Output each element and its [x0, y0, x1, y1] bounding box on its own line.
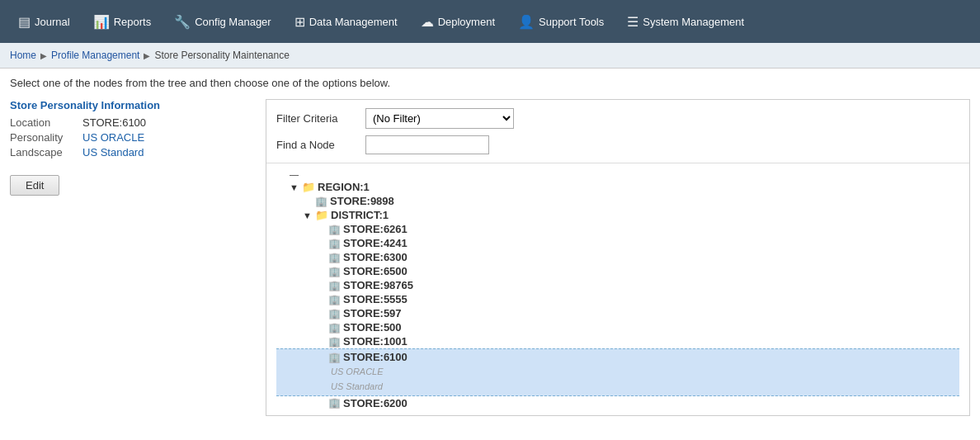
tree-node-store98765[interactable]: 🏢 STORE:98765 [276, 278, 959, 292]
store597-icon: 🏢 [328, 308, 341, 319]
tree-node-store5555[interactable]: 🏢 STORE:5555 [276, 292, 959, 306]
store6100-sub2: US Standard [316, 381, 383, 393]
store597-label: STORE:597 [343, 307, 402, 319]
nav-label-config: Config Manager [195, 16, 271, 28]
nav-item-data-management[interactable]: ⊞ Data Management [285, 9, 408, 35]
journal-icon: ▤ [18, 14, 31, 30]
nav-item-deployment[interactable]: ☁ Deployment [411, 9, 505, 35]
nav-label-system: System Management [643, 16, 744, 28]
store6261-icon: 🏢 [328, 224, 341, 235]
nav-item-support-tools[interactable]: 👤 Support Tools [508, 9, 614, 35]
location-row: Location STORE:6100 [10, 116, 257, 129]
content-area: Store Personality Information Location S… [10, 99, 970, 416]
nav-label-data: Data Management [309, 16, 398, 28]
location-value: STORE:6100 [82, 116, 146, 129]
tree-node-store500[interactable]: 🏢 STORE:500 [276, 320, 959, 334]
location-label: Location [10, 116, 76, 129]
main-content: Select one of the nodes from the tree an… [0, 69, 980, 424]
data-icon: ⊞ [294, 14, 305, 30]
tree-node-store1001[interactable]: 🏢 STORE:1001 [276, 334, 959, 348]
instruction-text: Select one of the nodes from the tree an… [10, 77, 970, 89]
store500-icon: 🏢 [328, 322, 341, 334]
landscape-value: US Standard [82, 146, 144, 158]
edit-btn-container: Edit [10, 175, 257, 196]
nav-label-reports: Reports [114, 16, 152, 28]
breadcrumb-arrow-1: ▶ [40, 51, 47, 60]
personality-value: US ORACLE [82, 131, 144, 144]
district1-folder-icon: 📁 [315, 209, 328, 221]
breadcrumb: Home ▶ Profile Management ▶ Store Person… [0, 43, 980, 69]
store98765-label: STORE:98765 [343, 279, 413, 291]
store6100-label: STORE:6100 [343, 351, 408, 363]
breadcrumb-current: Store Personality Maintenance [154, 50, 289, 61]
tree-node-store9898[interactable]: 🏢 STORE:9898 [276, 194, 959, 208]
nav-item-config-manager[interactable]: 🔧 Config Manager [164, 9, 281, 35]
config-icon: 🔧 [174, 14, 191, 30]
filter-criteria-select[interactable]: (No Filter) [365, 108, 514, 129]
personality-label: Personality [10, 131, 76, 144]
store6300-icon: 🏢 [328, 252, 341, 263]
store6500-label: STORE:6500 [343, 265, 408, 277]
region1-folder-icon: 📁 [302, 181, 315, 193]
info-title: Store Personality Information [10, 99, 257, 111]
tree-node-store6500[interactable]: 🏢 STORE:6500 [276, 264, 959, 278]
store4241-icon: 🏢 [328, 238, 341, 249]
tree-root-collapse[interactable]: — [276, 168, 959, 180]
tree-node-store6300[interactable]: 🏢 STORE:6300 [276, 250, 959, 264]
right-panel: Filter Criteria (No Filter) Find a Node … [266, 99, 970, 416]
district1-toggle: ▼ [303, 211, 313, 220]
nav-item-journal[interactable]: ▤ Journal [8, 9, 80, 35]
nav-item-reports[interactable]: 📊 Reports [83, 9, 162, 35]
root-toggle-icon: — [290, 169, 299, 179]
nav-label-support: Support Tools [539, 16, 604, 28]
find-node-label: Find a Node [276, 139, 359, 151]
store98765-icon: 🏢 [328, 280, 341, 291]
reports-icon: 📊 [93, 14, 110, 30]
tree-node-store6100[interactable]: 🏢 STORE:6100 US ORACLE US Standard [276, 348, 959, 396]
district1-label: DISTRICT:1 [331, 209, 389, 221]
tree-node-store597[interactable]: 🏢 STORE:597 [276, 306, 959, 320]
store5555-icon: 🏢 [328, 294, 341, 305]
region1-label: REGION:1 [318, 181, 370, 193]
filter-criteria-row: Filter Criteria (No Filter) [276, 108, 959, 129]
support-icon: 👤 [518, 14, 535, 30]
store6200-icon: 🏢 [328, 397, 341, 409]
tree-node-store6261[interactable]: 🏢 STORE:6261 [276, 222, 959, 236]
store6500-icon: 🏢 [328, 266, 341, 277]
breadcrumb-home[interactable]: Home [10, 50, 36, 61]
tree-node-region1[interactable]: ▼ 📁 REGION:1 [276, 180, 959, 194]
store6100-icon: 🏢 [328, 352, 341, 363]
landscape-row: Landscape US Standard [10, 146, 257, 158]
store1001-label: STORE:1001 [343, 335, 408, 348]
nav-item-system-management[interactable]: ☰ System Management [617, 9, 754, 35]
tree-area: — ▼ 📁 REGION:1 🏢 STORE:9898 ▼ 📁 [266, 163, 969, 415]
store6261-label: STORE:6261 [343, 223, 408, 235]
store4241-label: STORE:4241 [343, 237, 408, 249]
store6100-sub1: US ORACLE [316, 366, 384, 378]
store6300-label: STORE:6300 [343, 251, 408, 263]
tree-node-store4241[interactable]: 🏢 STORE:4241 [276, 236, 959, 250]
breadcrumb-arrow-2: ▶ [144, 51, 150, 60]
deployment-icon: ☁ [421, 14, 434, 30]
filter-area: Filter Criteria (No Filter) Find a Node [266, 100, 969, 163]
tree-node-store6200[interactable]: 🏢 STORE:6200 [276, 396, 959, 410]
nav-label-journal: Journal [35, 16, 70, 28]
store5555-label: STORE:5555 [343, 293, 408, 305]
store1001-icon: 🏢 [328, 336, 341, 348]
top-navigation: ▤ Journal 📊 Reports 🔧 Config Manager ⊞ D… [0, 0, 980, 43]
edit-button[interactable]: Edit [10, 175, 59, 196]
breadcrumb-profile[interactable]: Profile Management [51, 50, 139, 61]
tree-node-district1[interactable]: ▼ 📁 DISTRICT:1 [276, 208, 959, 222]
store9898-label: STORE:9898 [330, 195, 394, 207]
store9898-icon: 🏢 [315, 196, 327, 207]
nav-label-deployment: Deployment [438, 16, 495, 28]
find-node-input[interactable] [365, 135, 489, 154]
personality-row: Personality US ORACLE [10, 131, 257, 144]
find-node-row: Find a Node [276, 135, 959, 154]
store500-label: STORE:500 [343, 321, 402, 334]
left-panel: Store Personality Information Location S… [10, 99, 266, 416]
filter-criteria-label: Filter Criteria [276, 112, 359, 125]
system-icon: ☰ [627, 14, 638, 30]
store6200-label: STORE:6200 [343, 397, 408, 409]
landscape-label: Landscape [10, 146, 76, 158]
